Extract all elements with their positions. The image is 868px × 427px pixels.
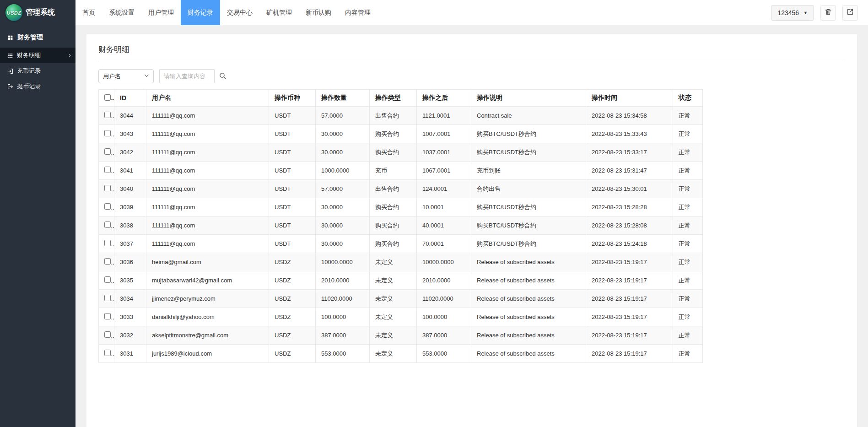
nav-tab-2[interactable]: 用户管理 <box>141 0 181 25</box>
cell: 2022-08-23 15:31:47 <box>586 162 673 180</box>
select-all-checkbox[interactable] <box>104 94 111 101</box>
sidebar-item-2[interactable]: 提币记录 <box>0 79 75 94</box>
nav-tab-0[interactable]: 首页 <box>75 0 102 25</box>
cell: 1007.0001 <box>417 125 471 143</box>
sidebar-menu: 财务明细›充币记录提币记录 <box>0 48 75 94</box>
nav-tab-1[interactable]: 系统设置 <box>102 0 141 25</box>
cell: 3044 <box>114 107 146 125</box>
filter-bar: 用户名 <box>98 69 845 83</box>
topbar: 首页系统设置用户管理财务记录交易中心矿机管理新币认购内容管理 123456 ▼ <box>75 0 868 25</box>
row-checkbox[interactable] <box>104 258 111 265</box>
table-row: 3036heima@gmail.comUSDZ10000.0000未定义1000… <box>99 253 703 271</box>
nav-tab-4[interactable]: 交易中心 <box>220 0 259 25</box>
chevron-right-icon: › <box>69 51 71 59</box>
nav-tab-7[interactable]: 内容管理 <box>338 0 377 25</box>
trash-button[interactable] <box>820 5 836 21</box>
row-checkbox[interactable] <box>104 313 111 319</box>
cell: 2022-08-23 15:24:18 <box>586 235 673 253</box>
cell: 未定义 <box>370 345 417 363</box>
cell: heima@gmail.com <box>146 253 269 271</box>
cell: 未定义 <box>370 308 417 326</box>
row-checkbox-cell <box>99 253 114 271</box>
row-checkbox[interactable] <box>104 112 111 118</box>
cell: 40.0001 <box>417 216 471 235</box>
row-checkbox[interactable] <box>104 350 111 356</box>
row-checkbox[interactable] <box>104 167 111 173</box>
cell: 未定义 <box>370 253 417 271</box>
nav-tab-5[interactable]: 矿机管理 <box>259 0 299 25</box>
cell: 2010.0000 <box>316 271 370 290</box>
row-checkbox[interactable] <box>104 130 111 136</box>
nav-tab-3[interactable]: 财务记录 <box>181 0 220 25</box>
cell: 3032 <box>114 326 146 345</box>
cell: 购买合约 <box>370 125 417 143</box>
cell: jurijs1989@icloud.com <box>146 345 269 363</box>
cell: 111111@qq.com <box>146 180 269 198</box>
row-checkbox[interactable] <box>104 331 111 338</box>
cell: akselptitmonstre@gmail.com <box>146 326 269 345</box>
cell: 正常 <box>673 308 703 326</box>
cell: 正常 <box>673 125 703 143</box>
nav-tab-6[interactable]: 新币认购 <box>299 0 338 25</box>
cell: Release of subscribed assets <box>471 308 586 326</box>
sidebar-section-finance[interactable]: 财务管理 <box>0 25 75 48</box>
cell: 出售合约 <box>370 107 417 125</box>
cell: 购买BTC/USDT秒合约 <box>471 216 586 235</box>
user-menu-button[interactable]: 123456 ▼ <box>771 5 814 21</box>
row-checkbox[interactable] <box>104 222 111 228</box>
cell: Release of subscribed assets <box>471 253 586 271</box>
cell: 正常 <box>673 162 703 180</box>
row-checkbox-cell <box>99 345 114 363</box>
cell: 2022-08-23 15:19:17 <box>586 253 673 271</box>
search-input[interactable] <box>159 69 215 83</box>
cell: 2022-08-23 15:19:17 <box>586 308 673 326</box>
logo-text: USDZ <box>7 10 22 16</box>
search-field-select[interactable]: 用户名 <box>98 69 154 83</box>
row-checkbox[interactable] <box>104 203 111 210</box>
search-button[interactable] <box>219 72 226 81</box>
cell: 3036 <box>114 253 146 271</box>
row-checkbox[interactable] <box>104 148 111 155</box>
sidebar-item-label: 充币记录 <box>17 67 41 75</box>
table-row: 3041111111@qq.comUSDT1000.0000充币1067.000… <box>99 162 703 180</box>
table-row: 3037111111@qq.comUSDT30.0000购买合约70.0001购… <box>99 235 703 253</box>
export-button[interactable] <box>842 5 858 21</box>
cell: USDZ <box>269 345 316 363</box>
cell: 30.0000 <box>316 143 370 162</box>
cell: 充币 <box>370 162 417 180</box>
cell: 553.0000 <box>417 345 471 363</box>
list-icon <box>7 52 13 59</box>
row-checkbox[interactable] <box>104 295 111 301</box>
search-field-select-value: 用户名 <box>103 72 121 81</box>
column-header-4: 操作类型 <box>370 90 417 107</box>
row-checkbox-cell <box>99 198 114 216</box>
cell: 正常 <box>673 198 703 216</box>
sidebar-item-1[interactable]: 充币记录 <box>0 63 75 79</box>
cell: USDZ <box>269 290 316 308</box>
sidebar-item-0[interactable]: 财务明细› <box>0 48 75 63</box>
cell: 3040 <box>114 180 146 198</box>
row-checkbox[interactable] <box>104 185 111 191</box>
cell: 3034 <box>114 290 146 308</box>
deposit-icon <box>7 68 13 74</box>
cell: 111111@qq.com <box>146 216 269 235</box>
table-row: 3033danialkhilji@yahoo.comUSDZ100.0000未定… <box>99 308 703 326</box>
cell: 387.0000 <box>417 326 471 345</box>
row-checkbox-cell <box>99 162 114 180</box>
cell: USDT <box>269 180 316 198</box>
cell: USDZ <box>269 326 316 345</box>
row-checkbox[interactable] <box>104 276 111 283</box>
cell: 正常 <box>673 345 703 363</box>
cell: 111111@qq.com <box>146 107 269 125</box>
cell: 111111@qq.com <box>146 162 269 180</box>
cell: 未定义 <box>370 271 417 290</box>
row-checkbox[interactable] <box>104 240 111 246</box>
cell: 10.0001 <box>417 198 471 216</box>
cell: USDZ <box>269 271 316 290</box>
cell: 3038 <box>114 216 146 235</box>
cell: 正常 <box>673 180 703 198</box>
table-head-row: ID用户名操作币种操作数量操作类型操作之后操作说明操作时间状态 <box>99 90 703 107</box>
table-row: 3035mujtabasarwari42@gmail.comUSDZ2010.0… <box>99 271 703 290</box>
topnav: 首页系统设置用户管理财务记录交易中心矿机管理新币认购内容管理 <box>75 0 377 25</box>
cell: USDT <box>269 235 316 253</box>
